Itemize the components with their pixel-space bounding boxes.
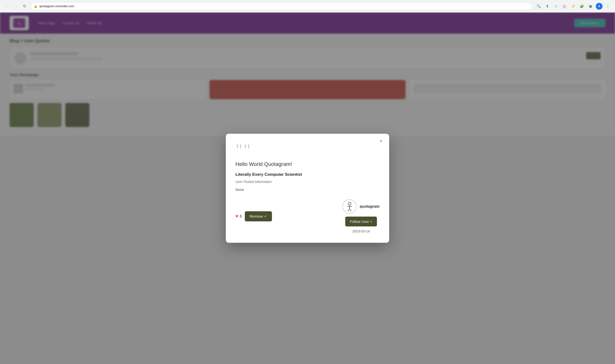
quote-decoration: " " (235, 143, 251, 157)
bookmark-icon[interactable]: ☆ (552, 3, 559, 10)
modal-dialog: × " " Hello World Quotagram! Literally E… (226, 134, 389, 243)
quote-mark-2: " (243, 143, 250, 157)
quote-source: Literally Every Computer Scientist (235, 172, 380, 177)
username-text: quotagram (360, 204, 380, 209)
user-avatar (342, 199, 357, 214)
back-button[interactable]: ← (4, 3, 11, 10)
stick-figure-icon (344, 201, 355, 212)
reload-button[interactable]: ↻ (21, 3, 28, 10)
menu-icon[interactable]: ⋮ (604, 3, 611, 10)
follow-user-button[interactable]: Follow User + (345, 217, 377, 226)
left-actions: ♥ 6 Remove ✓ (235, 211, 272, 221)
browser-chrome: ← → ↻ 🔒 quotagram.onrender.com 🔍 ⬆ ☆ ◱ ⚡… (0, 0, 615, 13)
cast-icon[interactable]: ◱ (561, 3, 568, 10)
search-icon[interactable]: 🔍 (535, 3, 542, 10)
svg-line-4 (349, 209, 351, 211)
window-icon[interactable]: ▣ (587, 3, 594, 10)
heart-icon: ♥ (235, 213, 238, 219)
quote-text: Hello World Quotagram! (235, 161, 380, 167)
quote-mark-1: " (235, 143, 242, 157)
user-info-row: quotagram (342, 199, 380, 214)
lock-icon: 🔒 (34, 5, 38, 8)
puzzle-icon[interactable]: 🧩 (578, 3, 585, 10)
modal-close-button[interactable]: × (378, 138, 384, 144)
browser-actions: 🔍 ⬆ ☆ ◱ ⚡ 🧩 ▣ A ⋮ (535, 3, 611, 10)
modal-actions: ♥ 6 Remove ✓ (235, 199, 380, 233)
post-date: 2023-03-14 (352, 229, 370, 233)
like-section: ♥ 6 (235, 213, 242, 219)
remove-button[interactable]: Remove ✓ (245, 211, 272, 221)
url-text: quotagram.onrender.com (40, 4, 74, 8)
none-text: None (235, 188, 380, 192)
forward-button[interactable]: → (13, 3, 19, 10)
modal-body: Hello World Quotagram! Literally Every C… (235, 143, 380, 233)
modal-overlay: × " " Hello World Quotagram! Literally E… (0, 13, 615, 364)
address-bar[interactable]: 🔒 quotagram.onrender.com (31, 2, 532, 10)
share-icon[interactable]: ⬆ (544, 3, 551, 10)
extension-icon[interactable]: ⚡ (570, 3, 576, 10)
nav-buttons: ← → ↻ (4, 3, 28, 10)
svg-point-0 (348, 202, 351, 205)
svg-line-3 (348, 209, 349, 211)
like-count: 6 (240, 214, 242, 219)
user-section: quotagram Follow User + 2023-03-14 (342, 199, 380, 233)
info-label: User Posted Information (235, 180, 380, 184)
profile-avatar[interactable]: A (596, 3, 602, 10)
page-background: ⬧ More Page Contact Us Profile (8) New Q… (0, 13, 615, 364)
